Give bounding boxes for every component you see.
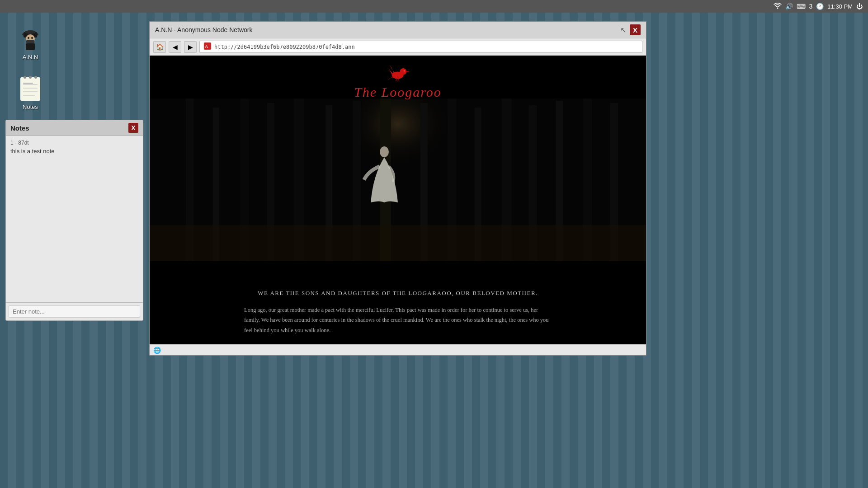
svg-point-2 [25, 30, 36, 34]
battery-count: 3 [809, 3, 813, 10]
browser-toolbar: 🏠 ◀ ▶ A http://2d64199b3ef6b7e8092209b87… [150, 38, 646, 56]
svg-point-22 [404, 70, 405, 71]
loogaroo-text-content: We are the sons and daughters of The Loo… [244, 290, 552, 336]
notes-input[interactable] [9, 305, 140, 318]
desktop: 🔊 ⌨ 3 🕐 11:30 PM ⏻ [0, 0, 868, 488]
svg-point-6 [31, 37, 33, 39]
browser-home-button[interactable]: 🏠 [153, 41, 166, 53]
notes-icon-svg [19, 75, 42, 101]
address-favicon: A [203, 42, 212, 50]
ann-icon-image [17, 25, 44, 52]
notes-panel-title: Notes [10, 124, 29, 132]
browser-forward-button[interactable]: ▶ [184, 41, 197, 53]
cursor-icon: ↖ [620, 26, 626, 34]
forest-scene [150, 99, 646, 261]
browser-titlebar-controls: ↖ X [620, 24, 641, 35]
loogaroo-subtitle: We are the sons and daughters of The Loo… [244, 290, 552, 297]
browser-window: A.N.N - Anonymous Node Network ↖ X 🏠 ◀ ▶… [149, 21, 646, 356]
keyboard-icon: ⌨ [797, 3, 806, 10]
notes-panel-header: Notes X [6, 120, 143, 136]
svg-point-15 [34, 76, 37, 79]
ann-desktop-icon[interactable]: A.N.N [10, 25, 51, 61]
status-globe-icon: 🌐 [153, 347, 161, 354]
wifi-icon [774, 3, 782, 10]
browser-address-bar[interactable]: A http://2d64199b3ef6b7e8092209b870fef4d… [199, 41, 642, 53]
browser-titlebar: A.N.N - Anonymous Node Network ↖ X [150, 22, 646, 38]
system-bar: 🔊 ⌨ 3 🕐 11:30 PM ⏻ [0, 0, 868, 13]
svg-rect-43 [150, 225, 646, 261]
note-text: this is a test note [10, 148, 138, 155]
browser-content: The Loogaroo [150, 56, 646, 344]
loogaroo-body: Long ago, our great mother made a pact w… [244, 305, 552, 336]
svg-marker-21 [406, 71, 410, 73]
notes-input-area [6, 302, 143, 320]
notes-content: 1 - 87dt this is a test note [6, 136, 143, 302]
clock-icon: 🕐 [816, 3, 824, 10]
svg-point-5 [28, 37, 29, 39]
browser-statusbar: 🌐 [150, 344, 646, 355]
browser-close-button[interactable]: X [630, 24, 641, 35]
ann-icon-label: A.N.N [23, 54, 38, 61]
system-icons: 🔊 ⌨ 3 🕐 11:30 PM ⏻ [774, 3, 863, 10]
svg-rect-16 [23, 83, 33, 84]
notes-icon-label: Notes [23, 103, 38, 110]
ann-icon-svg [17, 25, 43, 52]
loogaroo-page: The Loogaroo [150, 56, 646, 344]
loogaroo-header: The Loogaroo [354, 61, 442, 100]
note-id: 1 - 87dt [10, 140, 138, 146]
browser-url: http://2d64199b3ef6b7e8092209b870fef4d8.… [214, 44, 355, 50]
loogaroo-raven-icon [383, 61, 413, 84]
power-icon[interactable]: ⏻ [856, 3, 863, 10]
notes-icon-image [17, 75, 44, 102]
loogaroo-title: The Loogaroo [354, 84, 442, 100]
svg-rect-7 [26, 43, 35, 50]
svg-line-24 [398, 79, 399, 82]
notes-panel: Notes X 1 - 87dt this is a test note [5, 120, 143, 321]
browser-title: A.N.N - Anonymous Node Network [155, 26, 253, 33]
svg-point-20 [400, 68, 407, 75]
notes-close-button[interactable]: X [128, 123, 138, 133]
svg-point-44 [380, 146, 389, 157]
svg-text:A: A [205, 44, 208, 49]
forest-svg [150, 99, 646, 261]
system-time: 11:30 PM [827, 3, 853, 10]
svg-rect-8 [20, 77, 40, 101]
svg-point-13 [24, 76, 26, 79]
browser-back-button[interactable]: ◀ [169, 41, 181, 53]
svg-point-14 [29, 76, 32, 79]
address-icon: A [203, 42, 212, 52]
notes-desktop-icon[interactable]: Notes [10, 75, 51, 110]
sound-icon: 🔊 [785, 3, 793, 10]
svg-rect-4 [26, 40, 34, 43]
